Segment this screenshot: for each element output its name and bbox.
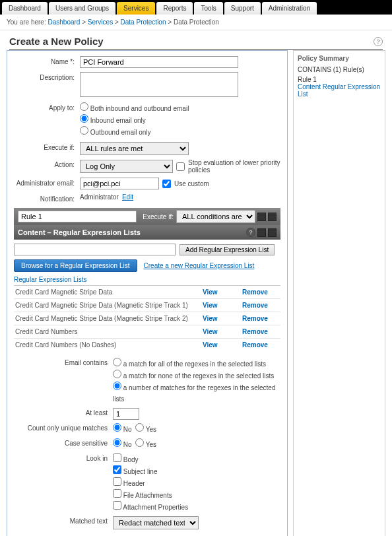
- remove-link[interactable]: Remove: [241, 339, 280, 352]
- browse-regex-button[interactable]: Browse for a Regular Expression List: [14, 259, 137, 272]
- matched-text-select[interactable]: Redact matched text: [113, 516, 199, 529]
- section-close-icon[interactable]: [257, 228, 266, 237]
- view-link[interactable]: View: [201, 286, 241, 299]
- case-no-radio[interactable]: [113, 438, 121, 447]
- crumb-services[interactable]: Services: [88, 18, 113, 26]
- regex-name: Credit Card Magnetic Stripe Data (Magnet…: [14, 299, 201, 312]
- crumb-current: Data Protection: [174, 18, 219, 26]
- action-select[interactable]: Log Only: [80, 160, 173, 173]
- action-label: Action:: [14, 159, 80, 168]
- view-link[interactable]: View: [201, 312, 241, 325]
- desc-input[interactable]: [80, 72, 238, 97]
- email-contains-all-radio[interactable]: [113, 358, 121, 366]
- exec-label: Execute if:: [14, 142, 80, 151]
- table-row: Credit Card NumbersViewRemove: [14, 325, 280, 339]
- name-label: Name *:: [14, 56, 80, 65]
- tab-services[interactable]: Services: [117, 2, 155, 15]
- case-yes-radio[interactable]: [135, 438, 144, 447]
- table-row: Credit Card Magnetic Stripe Data (Magnet…: [14, 312, 280, 325]
- view-link[interactable]: View: [201, 339, 241, 352]
- remove-link[interactable]: Remove: [241, 325, 280, 339]
- lookin-attachprop-checkbox[interactable]: [113, 501, 121, 510]
- lookin-header-checkbox[interactable]: [113, 477, 121, 486]
- tab-support[interactable]: Support: [224, 2, 261, 15]
- regex-name: Credit Card Magnetic Stripe Data: [14, 286, 201, 299]
- crumb-data-protection[interactable]: Data Protection: [121, 18, 166, 26]
- unique-no-radio[interactable]: [113, 423, 121, 432]
- nav-tabs: DashboardUsers and GroupsServicesReports…: [0, 0, 392, 15]
- regex-name: Credit Card Numbers (No Dashes): [14, 339, 201, 352]
- admin-email-label: Administrator email:: [14, 178, 80, 187]
- execute-if-select[interactable]: ALL rules are met: [80, 142, 189, 155]
- notif-label: Notification:: [14, 193, 80, 203]
- collapse-icon[interactable]: [268, 213, 277, 221]
- desc-label: Description:: [14, 72, 80, 81]
- add-regex-button[interactable]: Add Regular Expression List: [180, 244, 275, 255]
- table-row: Credit Card Magnetic Stripe Data (Magnet…: [14, 299, 280, 312]
- regex-table-title: Regular Expression Lists: [14, 276, 280, 283]
- close-icon[interactable]: [257, 213, 266, 221]
- tab-users-and-groups[interactable]: Users and Groups: [49, 2, 115, 15]
- section-collapse-icon[interactable]: [268, 228, 277, 237]
- tab-reports[interactable]: Reports: [156, 2, 193, 15]
- rule-header: Execute if: ALL conditions are met: [14, 208, 280, 225]
- regex-input[interactable]: [14, 244, 176, 255]
- regex-table: Credit Card Magnetic Stripe DataViewRemo…: [14, 285, 280, 351]
- page-title: Create a New Policy: [9, 36, 104, 47]
- summary-regex-link[interactable]: Content Regular Expression List: [298, 83, 380, 98]
- tab-tools[interactable]: Tools: [194, 2, 222, 15]
- admin-email-input[interactable]: [80, 178, 159, 189]
- at-least-input[interactable]: [113, 408, 139, 420]
- table-row: Credit Card Numbers (No Dashes)ViewRemov…: [14, 339, 280, 352]
- unique-yes-radio[interactable]: [135, 423, 144, 432]
- rule-name-input[interactable]: [18, 211, 137, 222]
- crumb-dashboard[interactable]: Dashboard: [48, 18, 80, 26]
- name-input[interactable]: [80, 56, 238, 68]
- apply-outbound-radio[interactable]: [80, 126, 88, 135]
- policy-form: Name *: Description: Apply to: Both inbo…: [7, 50, 288, 536]
- lookin-attach-checkbox[interactable]: [113, 489, 121, 498]
- lookin-subject-checkbox[interactable]: [113, 465, 121, 474]
- breadcrumb: You are here: Dashboard > Services > Dat…: [0, 15, 392, 30]
- notif-edit-link[interactable]: Edit: [122, 193, 133, 201]
- stop-eval-label: Stop evaluation of lower priority polici…: [188, 159, 280, 174]
- view-link[interactable]: View: [201, 299, 241, 312]
- remove-link[interactable]: Remove: [241, 286, 280, 299]
- email-contains-none-radio[interactable]: [113, 370, 121, 378]
- regex-name: Credit Card Magnetic Stripe Data (Magnet…: [14, 312, 201, 325]
- table-row: Credit Card Magnetic Stripe DataViewRemo…: [14, 286, 280, 299]
- tab-dashboard[interactable]: Dashboard: [2, 2, 48, 15]
- apply-inbound-radio[interactable]: [80, 114, 88, 123]
- view-link[interactable]: View: [201, 325, 241, 339]
- policy-summary: Policy Summary CONTAINS (1) Rule(s) Rule…: [293, 50, 385, 536]
- email-contains-number-radio[interactable]: [113, 382, 121, 390]
- tab-administration[interactable]: Administration: [262, 2, 317, 15]
- remove-link[interactable]: Remove: [241, 299, 280, 312]
- stop-eval-checkbox[interactable]: [176, 162, 185, 171]
- regex-section-header: Content – Regular Expression Lists ?: [14, 225, 280, 240]
- apply-both-radio[interactable]: [80, 102, 88, 111]
- regex-name: Credit Card Numbers: [14, 325, 201, 339]
- apply-label: Apply to:: [14, 102, 80, 112]
- lookin-body-checkbox[interactable]: [113, 453, 121, 462]
- section-help-icon[interactable]: ?: [246, 228, 255, 237]
- remove-link[interactable]: Remove: [241, 312, 280, 325]
- create-regex-link[interactable]: Create a new Regular Expression List: [144, 262, 255, 269]
- help-icon[interactable]: ?: [374, 37, 383, 46]
- use-custom-checkbox[interactable]: [162, 180, 171, 188]
- rule-execute-select[interactable]: ALL conditions are met: [176, 210, 255, 223]
